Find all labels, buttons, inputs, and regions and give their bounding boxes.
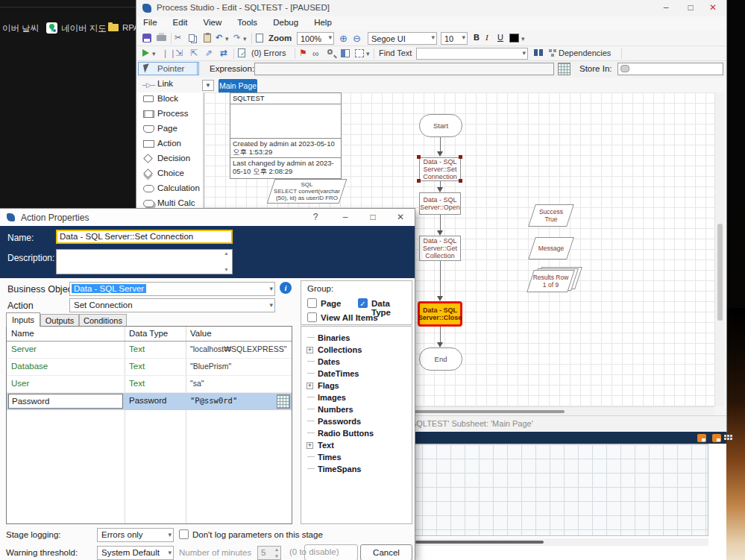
tab-main-page[interactable]: Main Page <box>219 79 257 92</box>
tree-item-flags[interactable]: Flags <box>318 381 339 390</box>
watch-icon[interactable]: ∞ <box>312 48 319 59</box>
zoom-out-icon[interactable]: ⊖ <box>353 33 361 44</box>
find-text-input[interactable]: ▾ <box>416 48 528 60</box>
expression-input[interactable] <box>254 63 554 75</box>
tab-conditions[interactable]: Conditions <box>79 314 127 327</box>
bookmark-weather[interactable]: 이버 날씨 <box>2 23 39 34</box>
group-page-checkbox[interactable] <box>307 298 317 308</box>
redo-dropdown[interactable]: ▾ <box>243 35 247 43</box>
tree-item-times[interactable]: Times <box>318 453 342 462</box>
row-user-value[interactable]: "sa" <box>190 379 204 388</box>
tree-item-binaries[interactable]: Binaries <box>318 333 350 342</box>
undo-icon[interactable]: ↶ <box>216 33 222 43</box>
menu-view[interactable]: View <box>196 16 228 28</box>
step-out-icon[interactable]: ⇗ <box>205 48 213 58</box>
view-all-items-checkbox[interactable] <box>307 312 317 322</box>
bookmark-map[interactable]: 네이버 지도 <box>61 23 107 34</box>
tool-process-label[interactable]: Process <box>157 109 189 118</box>
menu-file[interactable]: File <box>136 16 164 28</box>
table-row-server[interactable]: Server Text "localhost₩SQLEXPRESS" <box>7 342 292 359</box>
tool-decision-label[interactable]: Decision <box>157 154 190 163</box>
tree-expand-collections[interactable]: + <box>307 347 313 353</box>
tree-expand-text[interactable]: + <box>307 442 313 449</box>
row-server-value[interactable]: "localhost₩SQLEXPRESS" <box>190 345 286 353</box>
selection-box-icon[interactable] <box>355 49 364 57</box>
fullscreen-icon-1[interactable] <box>697 434 706 442</box>
tab-outputs[interactable]: Outputs <box>40 314 79 327</box>
cut-icon[interactable]: ✂ <box>175 33 181 43</box>
description-input[interactable] <box>56 249 233 274</box>
tree-item-dates[interactable]: Dates <box>318 357 340 366</box>
paste-icon[interactable] <box>204 34 211 43</box>
stage-close-highlighted[interactable]: Data - SQL Server::Close <box>418 301 462 327</box>
font-size-select[interactable]: 10▾ <box>441 32 468 45</box>
search-icon[interactable] <box>327 49 333 54</box>
business-object-select[interactable]: Data - SQL Server ▾ <box>69 282 275 296</box>
table-row-user[interactable]: User Text "sa" <box>7 376 292 393</box>
vertical-scroll-thumb[interactable] <box>717 224 723 321</box>
print-icon[interactable] <box>157 35 166 41</box>
minimize-button[interactable]: – <box>655 0 677 16</box>
password-expression-button[interactable] <box>277 394 290 409</box>
tab-inputs[interactable]: Inputs <box>6 312 40 327</box>
canvas-vertical-scrollbar[interactable] <box>714 92 724 406</box>
menu-edit[interactable]: Edit <box>166 16 195 28</box>
breakpoint-flag-icon[interactable]: ⚑ <box>299 48 307 58</box>
stage-open[interactable]: Data - SQL Server::Open <box>419 192 461 215</box>
validate-icon[interactable]: ✓ <box>238 48 245 57</box>
tree-item-images[interactable]: Images <box>318 393 346 402</box>
italic-button[interactable]: I <box>485 33 488 42</box>
action-select[interactable]: Set Connection ▾ <box>69 298 275 312</box>
close-button[interactable]: ✕ <box>702 0 724 16</box>
row-password-value[interactable]: "P@ssw0rd" <box>190 396 237 405</box>
table-row-database[interactable]: Database Text "BluePrism" <box>7 359 292 376</box>
tree-item-numbers[interactable]: Numbers <box>318 405 353 414</box>
zoom-level-select[interactable]: 100%▾ <box>297 32 334 45</box>
zoom-page-icon[interactable] <box>256 34 263 43</box>
restart-icon[interactable]: ⇄ <box>220 48 227 58</box>
description-scroll-up-icon[interactable]: ▲ <box>224 251 229 256</box>
tool-calculation-label[interactable]: Calculation <box>157 183 200 192</box>
copy-icon[interactable] <box>189 34 195 42</box>
tree-expand-flags[interactable]: + <box>307 383 313 389</box>
menu-debug[interactable]: Debug <box>266 16 305 28</box>
stage-start[interactable]: Start <box>419 114 462 137</box>
tree-item-radio-buttons[interactable]: Radio Buttons <box>318 429 374 438</box>
bold-button[interactable]: B <box>474 33 480 42</box>
play-dropdown[interactable]: ▾ <box>152 50 156 57</box>
group-datatype-checkbox[interactable]: ✓ <box>358 298 368 308</box>
dialog-maximize-button[interactable]: □ <box>362 210 384 225</box>
store-in-input[interactable] <box>617 63 723 75</box>
process-info-box[interactable]: SQLTEST Created by admin at 2023-05-10 오… <box>230 92 342 179</box>
info-icon[interactable]: i <box>280 282 292 294</box>
maximize-button[interactable]: □ <box>679 0 702 16</box>
stage-logging-select[interactable]: Errors only▾ <box>97 528 174 542</box>
spinner-up-icon[interactable]: ▲ <box>274 547 279 552</box>
data-item-results[interactable]: Results Row 1 of 9 <box>526 270 575 292</box>
tree-item-passwords[interactable]: Passwords <box>318 417 361 426</box>
save-icon[interactable] <box>142 34 151 43</box>
dont-log-checkbox[interactable] <box>179 529 189 539</box>
col-header-value[interactable]: Value <box>190 329 212 338</box>
step-in-icon[interactable]: ⇲ <box>175 48 183 58</box>
errors-label[interactable]: (0) Errors <box>251 48 286 57</box>
underline-button[interactable]: U <box>497 33 503 42</box>
data-item-success[interactable]: Success True <box>528 204 574 227</box>
tree-item-collections[interactable]: Collections <box>318 345 362 354</box>
tool-pointer-selected-box[interactable] <box>138 62 198 75</box>
background-hscroll-thumb[interactable] <box>415 541 544 544</box>
menu-tools[interactable]: Tools <box>230 16 264 28</box>
col-header-name[interactable]: Name <box>11 329 34 338</box>
stage-get-collection[interactable]: Data - SQL Server::Get Collection <box>419 236 461 261</box>
font-color-button[interactable] <box>509 34 519 43</box>
col-header-type[interactable]: Data Type <box>129 329 168 338</box>
panel-icon[interactable] <box>341 49 350 57</box>
minutes-spinner[interactable]: 5 ▲ ▼ <box>257 546 281 560</box>
undo-dropdown[interactable]: ▾ <box>225 35 229 43</box>
tool-page-label[interactable]: Page <box>157 124 177 133</box>
name-input[interactable]: Data - SQL Server::Set Connection <box>56 230 233 244</box>
tool-block-label[interactable]: Block <box>157 94 178 103</box>
stage-end[interactable]: End <box>419 347 462 371</box>
warning-threshold-select[interactable]: System Default▾ <box>97 546 174 560</box>
stage-set-connection[interactable]: Data - SQL Server::Set Connection <box>419 157 461 181</box>
